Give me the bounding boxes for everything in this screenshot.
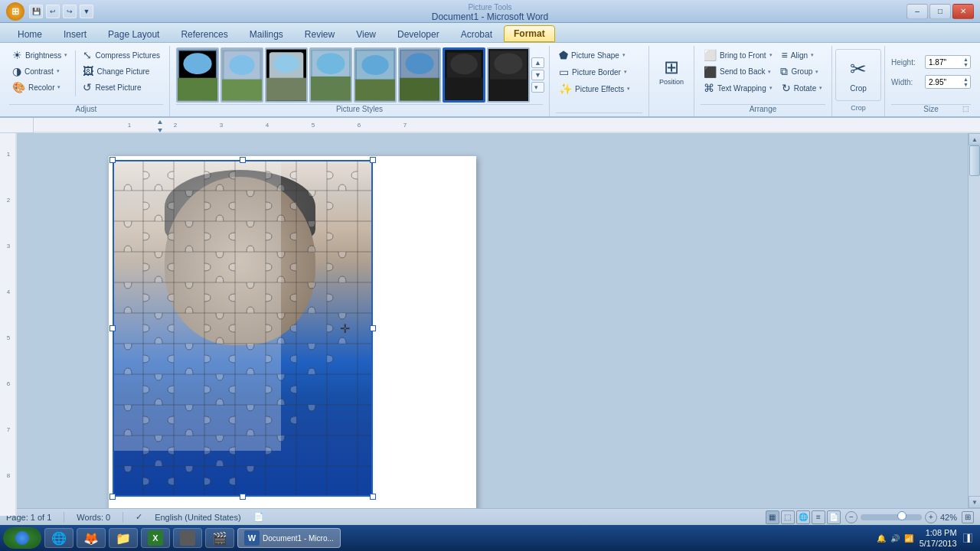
styles-scroll-up[interactable]: ▲ <box>531 57 544 68</box>
tab-bar: Home Insert Page Layout References Maili… <box>0 23 980 43</box>
pic-style-7[interactable] <box>443 47 485 103</box>
pic-style-5[interactable] <box>354 47 397 103</box>
save-quick-btn[interactable]: 💾 <box>29 5 43 18</box>
tab-format[interactable]: Format <box>504 25 555 42</box>
crop-button[interactable]: ✂ Crop <box>835 49 881 101</box>
zoom-thumb[interactable] <box>897 511 906 520</box>
height-up-btn[interactable]: ▲ <box>963 57 969 62</box>
tab-view[interactable]: View <box>346 25 386 42</box>
maximize-button[interactable]: □ <box>929 4 951 19</box>
compress-pictures-button[interactable]: ⤡ Compress Pictures <box>80 47 162 63</box>
zoom-out-btn[interactable]: − <box>845 511 858 523</box>
pic-style-6[interactable] <box>398 47 441 103</box>
head-area <box>165 177 315 345</box>
brightness-button[interactable]: ☀ Brightness ▾ <box>9 47 70 63</box>
align-button[interactable]: ≡ Align ▾ <box>779 47 817 63</box>
width-input[interactable]: 2.95" ▲ ▼ <box>925 75 971 89</box>
zoom-in-btn[interactable]: + <box>925 511 937 523</box>
web-layout-btn[interactable]: 🌐 <box>796 510 810 524</box>
draft-btn[interactable]: 📄 <box>827 510 841 524</box>
tab-insert[interactable]: Insert <box>54 25 96 42</box>
selection-handle-tc[interactable] <box>240 157 246 163</box>
office-button[interactable]: ⊞ <box>6 2 24 21</box>
window-controls: – □ ✕ <box>906 4 974 19</box>
group-button[interactable]: ⧉ Group ▾ <box>777 64 822 80</box>
width-down-btn[interactable]: ▼ <box>963 82 969 87</box>
taskbar-media[interactable]: 🎬 <box>205 528 234 548</box>
size-dialog-launcher[interactable]: ⬚ <box>962 105 969 112</box>
pic-style-4[interactable] <box>309 47 352 103</box>
svg-point-3 <box>183 53 211 74</box>
position-button[interactable]: ⊞ Position <box>652 49 691 95</box>
styles-scroll-more[interactable]: ▾ <box>531 82 544 93</box>
selection-handle-bc[interactable] <box>240 494 246 500</box>
spell-check-icon-area[interactable]: ✓ <box>136 512 142 522</box>
width-up-btn[interactable]: ▲ <box>963 77 969 82</box>
tab-developer[interactable]: Developer <box>387 25 449 42</box>
redo-quick-btn[interactable]: ↪ <box>63 5 77 18</box>
taskbar-word[interactable]: W Document1 - Micro... <box>237 528 341 548</box>
selection-handle-tr[interactable] <box>370 157 376 163</box>
taskbar-app5[interactable] <box>173 528 202 548</box>
svg-text:6: 6 <box>358 122 361 129</box>
tab-mailings[interactable]: Mailings <box>240 25 293 42</box>
fit-page-btn[interactable]: ⊞ <box>962 511 974 523</box>
document-area[interactable]: ✛ <box>17 133 968 508</box>
taskbar-chrome[interactable]: 🌐 <box>44 528 74 548</box>
scroll-up-button[interactable]: ▲ <box>969 133 980 145</box>
pic-style-2[interactable] <box>220 47 263 103</box>
text-wrapping-button[interactable]: ⌘ Text Wrapping ▾ <box>701 80 776 96</box>
minimize-button[interactable]: – <box>906 4 928 19</box>
size-group-label: Size ⬚ <box>891 104 971 115</box>
zoom-percent[interactable]: 42% <box>940 513 957 522</box>
clock[interactable]: 1:08 PM 5/17/2013 <box>920 527 957 549</box>
word-taskbar-label: Document1 - Micro... <box>263 534 334 543</box>
close-button[interactable]: ✕ <box>952 4 974 19</box>
tab-references[interactable]: References <box>171 25 237 42</box>
scroll-track[interactable] <box>969 145 980 496</box>
send-to-back-button[interactable]: ⬛ Send to Back ▾ <box>701 64 774 80</box>
height-input[interactable]: 1.87" ▲ ▼ <box>925 55 971 69</box>
contrast-button[interactable]: ◑ Contrast ▾ <box>9 64 70 79</box>
svg-text:2: 2 <box>174 122 178 129</box>
compress-icon: ⤡ <box>83 49 92 61</box>
picture-container[interactable]: ✛ <box>113 160 373 497</box>
selection-handle-ml[interactable] <box>109 325 116 331</box>
change-picture-button[interactable]: 🖼 Change Picture <box>80 64 162 79</box>
language-status[interactable]: English (United States) <box>155 513 241 522</box>
track-changes-icon: 📄 <box>253 512 264 522</box>
styles-scroll-down[interactable]: ▼ <box>531 70 544 80</box>
pic-style-3[interactable] <box>265 47 308 103</box>
picture-effects-button[interactable]: ✨ Picture Effects ▾ <box>556 81 633 96</box>
height-down-btn[interactable]: ▼ <box>963 62 969 67</box>
scroll-down-button[interactable]: ▼ <box>969 496 980 508</box>
selection-handle-mr[interactable] <box>370 325 376 331</box>
tab-home[interactable]: Home <box>8 25 52 42</box>
scroll-thumb[interactable] <box>969 145 980 176</box>
picture-shape-button[interactable]: ⬟ Picture Shape ▾ <box>556 47 629 63</box>
full-screen-btn[interactable]: ⬚ <box>781 510 795 524</box>
selection-handle-tl[interactable] <box>109 157 116 163</box>
outline-btn[interactable]: ≡ <box>812 510 825 524</box>
start-button[interactable] <box>3 527 41 549</box>
undo-quick-btn[interactable]: ↩ <box>46 5 60 18</box>
selection-handle-br[interactable] <box>370 494 376 500</box>
zoom-slider[interactable] <box>861 514 922 520</box>
pic-style-1[interactable] <box>176 47 219 103</box>
print-layout-btn[interactable]: ▦ <box>766 510 779 524</box>
taskbar-firefox[interactable]: 🦊 <box>77 528 106 548</box>
reset-picture-button[interactable]: ↺ Reset Picture <box>80 80 162 95</box>
tab-review[interactable]: Review <box>295 25 345 42</box>
customize-quick-btn[interactable]: ▼ <box>80 5 93 18</box>
selection-handle-bl[interactable] <box>109 494 116 500</box>
recolor-button[interactable]: 🎨 Recolor ▾ <box>9 80 70 95</box>
pic-style-8[interactable] <box>487 47 530 103</box>
bring-to-front-button[interactable]: ⬜ Bring to Front ▾ <box>701 47 776 63</box>
rotate-button[interactable]: ↻ Rotate ▾ <box>779 80 825 96</box>
tab-acrobat[interactable]: Acrobat <box>451 25 502 42</box>
show-desktop-btn[interactable]: ▐ <box>963 533 972 543</box>
tab-page-layout[interactable]: Page Layout <box>98 25 169 42</box>
picture-border-button[interactable]: ▭ Picture Border ▾ <box>556 64 630 80</box>
taskbar-explorer[interactable]: 📁 <box>109 528 138 548</box>
taskbar-excel[interactable]: X <box>141 528 170 548</box>
